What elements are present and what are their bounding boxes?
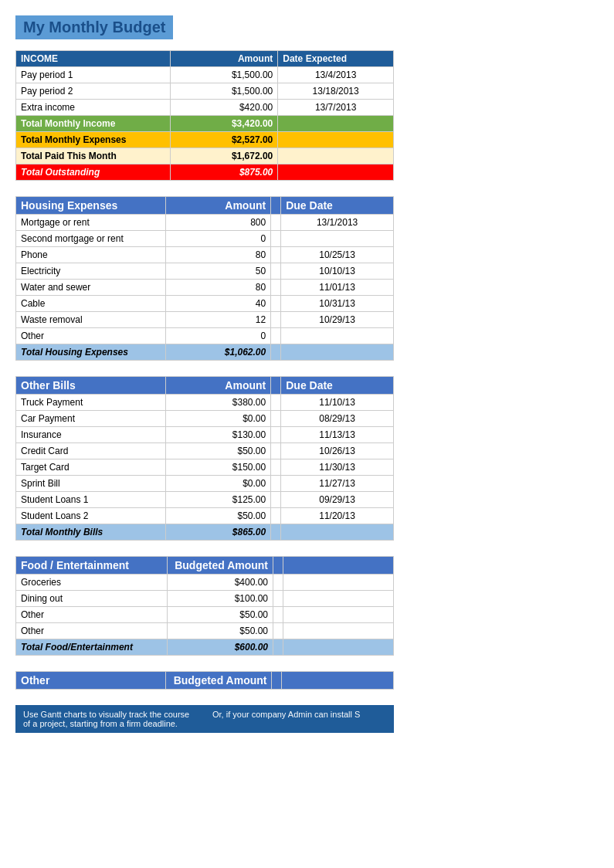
- other-bills-row-8: Student Loans 2 $50.00 11/20/13: [16, 508, 394, 524]
- housing-amount-8: 0: [165, 328, 270, 344]
- income-amount-1: $1,500.00: [170, 67, 278, 83]
- other-header-row: Other Budgeted Amount: [16, 672, 394, 690]
- food-header-row: Food / Entertainment Budgeted Amount: [16, 557, 394, 575]
- housing-label-4: Electricity: [16, 263, 166, 280]
- income-date-1: 13/4/2013: [278, 67, 394, 83]
- other-header-amount: Budgeted Amount: [165, 672, 271, 690]
- total-expenses-row: Total Monthly Expenses $2,527.00: [16, 132, 394, 148]
- other-bills-amount-7: $125.00: [165, 492, 271, 508]
- total-income-empty: [278, 116, 394, 132]
- housing-mid-7: [271, 312, 281, 328]
- other-bills-label-7: Student Loans 1: [16, 492, 166, 508]
- housing-header-mid: [271, 197, 281, 215]
- other-table: Other Budgeted Amount: [15, 671, 394, 690]
- housing-label-8: Other: [16, 328, 166, 344]
- housing-amount-1: 800: [165, 215, 270, 231]
- food-empty-2: [283, 591, 394, 607]
- other-bills-date-7: 09/29/13: [281, 492, 394, 508]
- total-expenses-label: Total Monthly Expenses: [16, 132, 171, 148]
- banner-right: Or, if your company Admin can install S: [212, 710, 386, 728]
- food-label-4: Other: [16, 623, 168, 639]
- housing-row-1: Mortgage or rent 800 13/1/2013: [16, 215, 394, 231]
- income-label-2: Pay period 2: [16, 83, 171, 100]
- housing-mid-4: [271, 263, 281, 280]
- income-table: INCOME Amount Date Expected Pay period 1…: [15, 50, 394, 181]
- housing-amount-4: 50: [165, 263, 270, 280]
- total-outstanding-empty: [278, 164, 394, 181]
- housing-date-7: 10/29/13: [281, 312, 394, 328]
- total-income-row: Total Monthly Income $3,420.00: [16, 116, 394, 132]
- other-bills-date-1: 11/10/13: [281, 395, 394, 411]
- other-bills-total-amount: $865.00: [165, 524, 271, 541]
- food-empty-4: [283, 623, 394, 639]
- food-table: Food / Entertainment Budgeted Amount Gro…: [15, 556, 394, 656]
- other-bills-row-3: Insurance $130.00 11/13/13: [16, 427, 394, 443]
- other-bills-date-5: 11/30/13: [281, 459, 394, 476]
- housing-label-6: Cable: [16, 296, 166, 312]
- other-bills-row-5: Target Card $150.00 11/30/13: [16, 459, 394, 476]
- other-header-label: Other: [16, 672, 166, 690]
- other-bills-amount-6: $0.00: [165, 476, 271, 492]
- food-header-empty: [283, 557, 394, 575]
- other-section: Other Budgeted Amount: [15, 671, 394, 690]
- other-header-mid: [272, 672, 282, 690]
- income-date-2: 13/18/2013: [278, 83, 394, 100]
- other-bills-date-3: 11/13/13: [281, 427, 394, 443]
- housing-amount-7: 12: [165, 312, 270, 328]
- food-mid-4: [273, 623, 283, 639]
- other-bills-amount-1: $380.00: [165, 395, 271, 411]
- income-label-1: Pay period 1: [16, 67, 171, 83]
- food-row-3: Other $50.00: [16, 607, 394, 623]
- other-bills-date-8: 11/20/13: [281, 508, 394, 524]
- total-paid-amount: $1,672.00: [170, 148, 278, 164]
- housing-row-3: Phone 80 10/25/13: [16, 247, 394, 263]
- other-bills-total-label: Total Monthly Bills: [16, 524, 166, 541]
- income-date-3: 13/7/2013: [278, 100, 394, 116]
- other-bills-row-7: Student Loans 1 $125.00 09/29/13: [16, 492, 394, 508]
- other-bills-mid-2: [271, 411, 281, 427]
- food-total-label: Total Food/Entertainment: [16, 639, 168, 656]
- housing-mid-8: [271, 328, 281, 344]
- housing-amount-2: 0: [165, 231, 270, 247]
- food-amount-2: $100.00: [168, 591, 273, 607]
- total-income-amount: $3,420.00: [170, 116, 278, 132]
- housing-row-5: Water and sewer 80 11/01/13: [16, 280, 394, 296]
- other-bills-label-6: Sprint Bill: [16, 476, 166, 492]
- income-header-amount: Amount: [170, 51, 278, 67]
- other-bills-total-row: Total Monthly Bills $865.00: [16, 524, 394, 541]
- housing-section: Housing Expenses Amount Due Date Mortgag…: [15, 196, 394, 361]
- food-label-3: Other: [16, 607, 168, 623]
- housing-header-date: Due Date: [281, 197, 394, 215]
- housing-row-4: Electricity 50 10/10/13: [16, 263, 394, 280]
- housing-date-2: [281, 231, 394, 247]
- food-row-4: Other $50.00: [16, 623, 394, 639]
- housing-total-date: [281, 344, 394, 361]
- housing-mid-6: [271, 296, 281, 312]
- other-bills-total-date: [281, 524, 394, 541]
- housing-amount-5: 80: [165, 280, 270, 296]
- food-amount-4: $50.00: [168, 623, 273, 639]
- housing-date-3: 10/25/13: [281, 247, 394, 263]
- other-bills-amount-5: $150.00: [165, 459, 271, 476]
- other-bills-label-2: Car Payment: [16, 411, 166, 427]
- housing-date-6: 10/31/13: [281, 296, 394, 312]
- income-row-1: Pay period 1 $1,500.00 13/4/2013: [16, 67, 394, 83]
- housing-amount-6: 40: [165, 296, 270, 312]
- food-header-label: Food / Entertainment: [16, 557, 168, 575]
- other-bills-header-label: Other Bills: [16, 377, 166, 395]
- housing-row-2: Second mortgage or rent 0: [16, 231, 394, 247]
- housing-date-4: 10/10/13: [281, 263, 394, 280]
- total-outstanding-label: Total Outstanding: [16, 164, 171, 181]
- housing-date-1: 13/1/2013: [281, 215, 394, 231]
- other-bills-mid-4: [271, 443, 281, 459]
- food-row-1: Groceries $400.00: [16, 575, 394, 591]
- other-bills-label-5: Target Card: [16, 459, 166, 476]
- food-row-2: Dining out $100.00: [16, 591, 394, 607]
- income-amount-2: $1,500.00: [170, 83, 278, 100]
- food-mid-1: [273, 575, 283, 591]
- food-amount-1: $400.00: [168, 575, 273, 591]
- housing-mid-3: [271, 247, 281, 263]
- other-bills-header-row: Other Bills Amount Due Date: [16, 377, 394, 395]
- other-bills-mid-1: [271, 395, 281, 411]
- housing-total-mid: [271, 344, 281, 361]
